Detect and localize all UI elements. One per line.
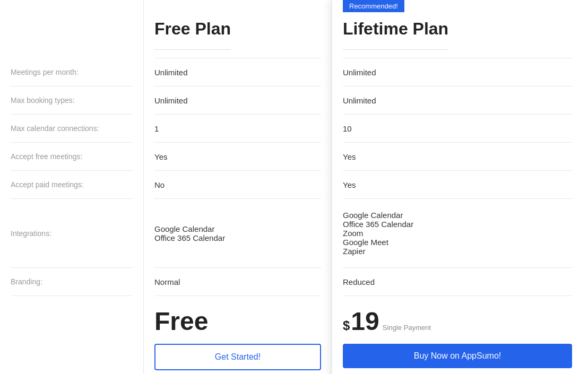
lifetime-accept-paid-value: Yes	[343, 171, 572, 199]
free-price: Free	[154, 307, 321, 336]
lifetime-booking-value: Unlimited	[343, 86, 572, 115]
lifetime-branding-value: Reduced	[343, 268, 572, 296]
label-booking: Max booking types:	[11, 86, 133, 115]
lifetime-calendar-value: 10	[343, 115, 572, 143]
buy-now-button[interactable]: Buy Now on AppSumo!	[343, 344, 572, 368]
price-dollar-sign: $	[343, 318, 350, 333]
lifetime-price: $ 19 Single Payment	[343, 307, 572, 336]
lifetime-accept-free-value: Yes	[343, 143, 572, 171]
free-meetings-value: Unlimited	[154, 58, 321, 86]
free-integrations-value: Google Calendar Office 365 Calendar	[154, 199, 321, 268]
lifetime-price-section: $ 19 Single Payment Buy Now on AppSumo!	[343, 296, 572, 374]
free-plan-column: Free Plan Unlimited Unlimited 1 Yes No G…	[143, 0, 332, 374]
price-number: 19	[351, 307, 379, 336]
label-branding: Branding:	[11, 268, 133, 296]
comparison-page: Meetings per month: Max booking types: M…	[0, 0, 588, 374]
free-accept-paid-value: No	[154, 171, 321, 199]
lifetime-plan-column: Recommended! Lifetime Plan Unlimited Unl…	[332, 0, 588, 374]
lifetime-meetings-value: Unlimited	[343, 58, 572, 86]
label-calendar: Max calendar connections:	[11, 115, 133, 143]
free-plan-header: Free Plan	[154, 0, 321, 58]
free-calendar-value: 1	[154, 115, 321, 143]
label-paid-meetings: Accept paid meetings:	[11, 171, 133, 199]
label-meetings: Meetings per month:	[11, 58, 133, 86]
label-integrations: Integrations:	[11, 199, 133, 268]
price-note: Single Payment	[383, 324, 431, 332]
lifetime-plan-title: Lifetime Plan	[343, 19, 448, 50]
recommended-badge: Recommended!	[343, 0, 404, 12]
free-branding-value: Normal	[154, 268, 321, 296]
labels-column: Meetings per month: Max booking types: M…	[0, 0, 143, 374]
free-accept-free-value: Yes	[154, 143, 321, 171]
get-started-button[interactable]: Get Started!	[154, 344, 321, 370]
free-booking-value: Unlimited	[154, 86, 321, 115]
label-free-meetings: Accept free meetings:	[11, 143, 133, 171]
free-price-section: Free Get Started!	[154, 296, 321, 374]
free-plan-title: Free Plan	[154, 19, 231, 50]
lifetime-integrations-value: Google Calendar Office 365 Calendar Zoom…	[343, 199, 572, 268]
